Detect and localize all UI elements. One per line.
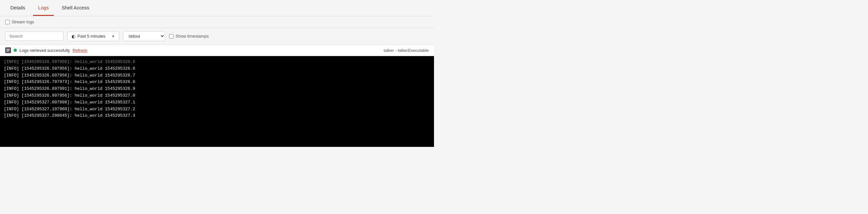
- clock-icon: ◐: [71, 34, 75, 39]
- svg-rect-0: [6, 49, 10, 50]
- chevron-down-icon: ▼: [112, 34, 115, 38]
- status-dot: [13, 49, 17, 52]
- time-dropdown[interactable]: ◐ Past 5 minutes ▼: [67, 31, 119, 41]
- list-item: [INFO] [1545295326.897991]: hello_world …: [4, 86, 430, 92]
- stream-bar: Stream logs: [0, 16, 434, 28]
- tab-bar: Details Logs Shell Access: [0, 0, 434, 16]
- status-bar: Logs retrieved successfully Refresh talk…: [0, 45, 434, 56]
- node-label: talker - talkerExecutable: [384, 48, 429, 53]
- status-message: Logs retrieved successfully: [20, 48, 70, 53]
- refresh-link[interactable]: Refresh: [72, 48, 88, 53]
- svg-rect-2: [6, 51, 9, 52]
- list-item: [INFO] [1545295326.997956]: hello_world …: [4, 92, 430, 99]
- list-item: [INFO] [1545295327.097898]: hello_world …: [4, 99, 430, 106]
- list-item: [INFO] [1545295326.797973]: hello_world …: [4, 79, 430, 86]
- list-item: [INFO] [1545295327.197960]: hello_world …: [4, 106, 430, 113]
- stream-logs-checkbox[interactable]: [5, 20, 10, 24]
- svg-rect-1: [6, 50, 10, 51]
- tab-shell-access[interactable]: Shell Access: [56, 0, 94, 16]
- timestamps-label: Show timestamps: [176, 34, 209, 38]
- list-item: [INFO] [1545295327.298045]: hello_world …: [4, 112, 430, 119]
- log-container[interactable]: [INFO] [1545295326.597956]: hello_world …: [0, 56, 434, 147]
- tab-details[interactable]: Details: [5, 0, 30, 16]
- timestamps-toggle[interactable]: Show timestamps: [169, 34, 209, 38]
- search-input[interactable]: [5, 31, 63, 41]
- stream-logs-toggle[interactable]: Stream logs: [5, 20, 34, 24]
- log-icon: [5, 47, 11, 53]
- status-left: Logs retrieved successfully Refresh: [5, 47, 88, 53]
- stream-logs-label: Stream logs: [12, 20, 34, 24]
- tab-logs[interactable]: Logs: [33, 0, 54, 16]
- controls-bar: ◐ Past 5 minutes ▼ stdout stderr both Sh…: [0, 28, 434, 45]
- timestamps-checkbox[interactable]: [169, 34, 174, 38]
- stdout-select[interactable]: stdout stderr both: [123, 31, 165, 41]
- list-item: [INFO] [1545295326.697956]: hello_world …: [4, 72, 430, 79]
- list-item: [INFO] [1545295326.597956]: hello_world …: [4, 65, 430, 72]
- log-line-partial: [INFO] [1545295326.597956]: hello_world …: [4, 59, 430, 65]
- time-label: Past 5 minutes: [78, 34, 105, 38]
